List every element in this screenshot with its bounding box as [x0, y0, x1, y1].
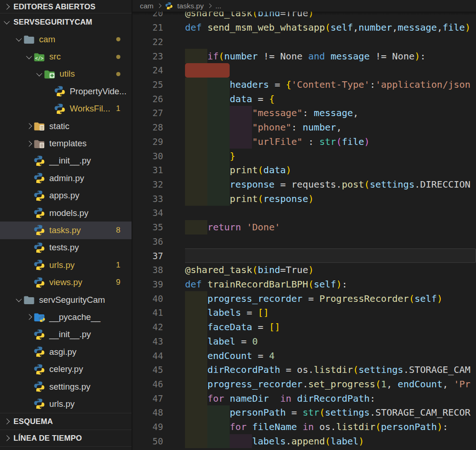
breadcrumb-item[interactable]: ...: [215, 2, 221, 10]
code-line-31[interactable]: 31 print(data): [132, 163, 476, 177]
line-number[interactable]: 30: [132, 151, 163, 161]
line-content[interactable]: }: [185, 149, 476, 163]
code-line-25[interactable]: 25 headers = {'Content-Type':'applicatio…: [132, 78, 476, 92]
line-number[interactable]: 43: [132, 336, 163, 346]
line-number[interactable]: 37: [132, 251, 163, 261]
tree-item-settings-py[interactable]: settings.py: [0, 378, 132, 395]
code-line-37[interactable]: 37: [132, 248, 476, 263]
tree-item-urls-py[interactable]: urls.py: [0, 395, 132, 412]
chevron-down-icon[interactable]: [4, 19, 10, 25]
line-content[interactable]: "phone": number,: [185, 120, 476, 135]
line-number[interactable]: 48: [132, 407, 163, 417]
code-line-27[interactable]: 27 "message": message,: [132, 106, 476, 120]
chevron-down-icon[interactable]: [14, 298, 23, 302]
code-line-49[interactable]: 49 for fileName in os.listdir(personPath…: [132, 420, 476, 434]
code-line-22[interactable]: 22: [132, 34, 476, 49]
code-line-29[interactable]: 29 "urlFile" : str(file): [132, 134, 476, 149]
code-line-30[interactable]: 30 }: [132, 149, 476, 163]
tree-item-apps-py[interactable]: apps.py: [0, 187, 132, 204]
code-line-32[interactable]: 32 response = requests.post(settings.DIR…: [132, 177, 476, 192]
chevron-right-icon[interactable]: [4, 435, 10, 441]
code-line-35[interactable]: 35 return 'Done': [132, 220, 476, 235]
breadcrumb-item[interactable]: cam: [140, 2, 153, 10]
line-number[interactable]: 47: [132, 393, 163, 404]
line-number[interactable]: 29: [132, 137, 163, 147]
line-number[interactable]: 25: [132, 79, 163, 90]
line-content[interactable]: labels = []: [185, 306, 476, 320]
tree-item-views-py[interactable]: views.py9: [0, 274, 132, 291]
chevron-down-icon[interactable]: [24, 55, 33, 59]
line-content[interactable]: [185, 206, 476, 220]
section-open-editors[interactable]: EDITORES ABIERTOS: [0, 0, 132, 13]
line-number[interactable]: 46: [132, 379, 163, 389]
line-number[interactable]: 31: [132, 165, 163, 175]
code-area[interactable]: 20@shared_task(bind=True)21def send_msm_…: [132, 6, 476, 448]
line-content[interactable]: "urlFile" : str(file): [185, 134, 476, 149]
line-content[interactable]: [185, 34, 476, 49]
tree-item-tests-py[interactable]: tests.py: [0, 239, 132, 256]
line-number[interactable]: 42: [132, 322, 163, 332]
line-number[interactable]: 36: [132, 236, 163, 247]
line-number[interactable]: 40: [132, 293, 163, 304]
line-number[interactable]: 35: [132, 222, 163, 232]
line-number[interactable]: 41: [132, 307, 163, 318]
tree-item--init-py[interactable]: __init__.py: [0, 152, 132, 170]
line-content[interactable]: print(data): [185, 163, 476, 177]
tree-item-src[interactable]: </>src: [0, 48, 132, 65]
line-number[interactable]: 45: [132, 365, 163, 375]
line-content[interactable]: dirRecordPath = os.listdir(settings.STOR…: [185, 363, 476, 377]
line-number[interactable]: 50: [132, 436, 163, 446]
line-content[interactable]: if(number != None and message != None):: [185, 49, 476, 63]
line-number[interactable]: 39: [132, 279, 163, 289]
section-timeline[interactable]: LÍNEA DE TIEMPO: [0, 430, 132, 446]
code-line-26[interactable]: 26 data = {: [132, 91, 476, 106]
line-content[interactable]: response = requests.post(settings.DIRECC…: [185, 177, 476, 192]
code-line-48[interactable]: 48 personPath = str(settings.STORAGE_CAM…: [132, 405, 476, 420]
tree-item-celery-py[interactable]: celery.py: [0, 360, 132, 378]
line-number[interactable]: 33: [132, 194, 163, 204]
tree-item-utils[interactable]: utils: [0, 65, 132, 83]
chevron-down-icon[interactable]: [14, 37, 23, 41]
chevron-down-icon[interactable]: [34, 72, 44, 76]
code-line-40[interactable]: 40 progress_recorder = ProgressRecorder(…: [132, 291, 476, 306]
tree-item-asgi-py[interactable]: asgi.py: [0, 343, 132, 360]
tree-item-urls-py[interactable]: urls.py1: [0, 256, 132, 274]
breadcrumb-item[interactable]: tasks.py: [177, 2, 204, 10]
code-line-24[interactable]: 24: [132, 63, 476, 78]
line-number[interactable]: 28: [132, 122, 163, 132]
chevron-right-icon[interactable]: [24, 124, 33, 128]
line-content[interactable]: faceData = []: [185, 320, 476, 334]
code-line-50[interactable]: 50 labels.append(label): [132, 434, 476, 449]
line-content[interactable]: [185, 235, 476, 249]
tree-item-templates[interactable]: templates: [0, 135, 132, 152]
code-line-41[interactable]: 41 labels = []: [132, 306, 476, 320]
code-line-43[interactable]: 43 label = 0: [132, 334, 476, 349]
line-number[interactable]: 49: [132, 422, 163, 432]
code-line-39[interactable]: 39def trainRecordBarLBPH(self):: [132, 277, 476, 292]
code-line-34[interactable]: 34: [132, 206, 476, 220]
section-root-folder[interactable]: SERVSEGURITYCAM: [0, 13, 132, 31]
code-line-45[interactable]: 45 dirRecordPath = os.listdir(settings.S…: [132, 363, 476, 377]
tree-item-worksfil-[interactable]: WorksFil...1: [0, 100, 132, 117]
line-content[interactable]: personPath = str(settings.STORAGE_CAM_RE…: [185, 405, 476, 420]
code-line-23[interactable]: 23 if(number != None and message != None…: [132, 49, 476, 63]
line-number[interactable]: 21: [132, 22, 163, 33]
line-content[interactable]: for fileName in os.listdir(personPath):: [185, 420, 476, 434]
chevron-right-icon[interactable]: [4, 4, 10, 10]
line-number[interactable]: 32: [132, 179, 163, 189]
line-content[interactable]: return 'Done': [185, 220, 476, 235]
line-number[interactable]: 26: [132, 94, 163, 104]
chevron-right-icon[interactable]: [4, 418, 10, 424]
line-content[interactable]: headers = {'Content-Type':'application/j…: [185, 78, 476, 92]
chevron-right-icon[interactable]: [24, 142, 33, 146]
tree-item-admin-py[interactable]: admin.py: [0, 170, 132, 187]
chevron-right-icon[interactable]: [24, 315, 33, 319]
line-content[interactable]: data = {: [185, 91, 476, 106]
line-content[interactable]: print(response): [185, 191, 476, 206]
line-content[interactable]: "message": message,: [185, 106, 476, 120]
code-line-46[interactable]: 46 progress_recorder.set_progress(1, end…: [132, 377, 476, 391]
line-content[interactable]: def trainRecordBarLBPH(self):: [185, 277, 476, 292]
line-number[interactable]: 34: [132, 208, 163, 218]
code-line-42[interactable]: 42 faceData = []: [132, 320, 476, 334]
line-number[interactable]: 24: [132, 65, 163, 75]
